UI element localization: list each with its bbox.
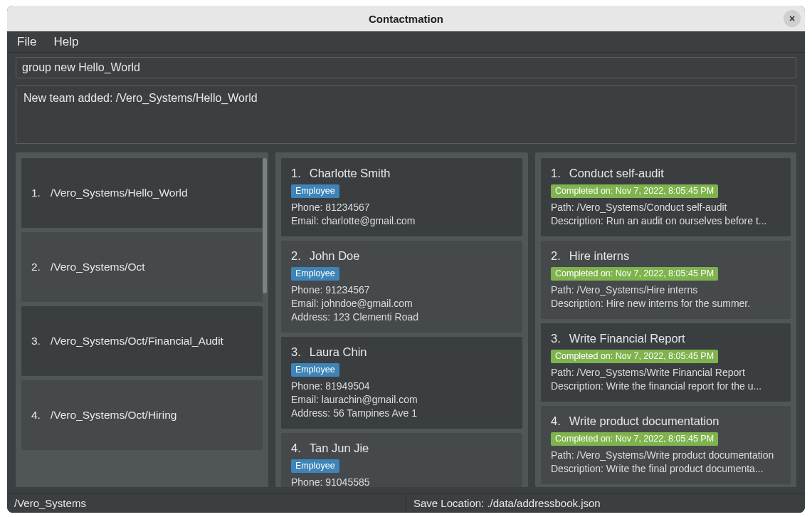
task-title: Hire interns: [569, 248, 629, 263]
scrollbar-thumb[interactable]: [263, 158, 267, 293]
group-item[interactable]: 3. /Vero_Systems/Oct/Financial_Audit: [21, 306, 263, 376]
task-card[interactable]: 4. Write product documentation Completed…: [541, 406, 791, 484]
completed-badge: Completed on: Nov 7, 2022, 8:05:45 PM: [551, 267, 718, 281]
task-desc: Description: Run an audit on ourselves b…: [551, 214, 781, 228]
task-path: Path: /Vero_Systems/Conduct self-audit: [551, 201, 781, 214]
person-name: Laura Chin: [310, 344, 367, 360]
group-path: /Vero_Systems/Hello_World: [51, 187, 188, 199]
task-desc: Description: Write the financial report …: [551, 380, 781, 393]
person-address: Address: 123 Clementi Road: [291, 310, 512, 324]
group-num: 4.: [31, 409, 41, 422]
employee-badge: Employee: [291, 184, 339, 198]
person-list[interactable]: 1. Charlotte Smith Employee Phone: 81234…: [275, 152, 528, 487]
status-current-path: /Vero_Systems: [7, 494, 406, 513]
titlebar: Contactmation ×: [7, 6, 805, 31]
task-title: Write Financial Report: [569, 330, 685, 346]
person-email: Email: charlotte@gmail.com: [291, 214, 512, 228]
person-num: 4.: [291, 440, 301, 456]
person-card[interactable]: 3. Laura Chin Employee Phone: 81949504 E…: [281, 337, 522, 429]
group-path: /Vero_Systems/Oct: [51, 261, 145, 273]
person-address: Address: 56 Tampines Ave 1: [291, 407, 512, 420]
columns: 1. /Vero_Systems/Hello_World 2. /Vero_Sy…: [7, 150, 805, 493]
person-num: 1.: [291, 165, 301, 181]
task-title: Write product documentation: [569, 413, 719, 429]
menu-file[interactable]: File: [17, 35, 36, 49]
person-card[interactable]: 2. John Doe Employee Phone: 91234567 Ema…: [281, 241, 522, 333]
task-list[interactable]: 1. Conduct self-audit Completed on: Nov …: [535, 152, 796, 487]
person-num: 2.: [291, 248, 301, 263]
person-phone: Phone: 91045585: [291, 476, 512, 487]
group-num: 1.: [31, 187, 41, 199]
person-phone: Phone: 91234567: [291, 283, 512, 297]
person-name: John Doe: [310, 248, 360, 263]
employee-badge: Employee: [291, 363, 339, 377]
task-path: Path: /Vero_Systems/Hire interns: [551, 283, 781, 297]
completed-badge: Completed on: Nov 7, 2022, 8:05:45 PM: [551, 184, 718, 198]
task-num: 1.: [551, 165, 561, 181]
group-path: /Vero_Systems/Oct/Hiring: [51, 409, 176, 422]
person-card[interactable]: 4. Tan Jun Jie Employee Phone: 91045585 …: [281, 433, 522, 487]
task-desc: Description: Write the final product doc…: [551, 462, 781, 476]
task-title: Conduct self-audit: [569, 165, 664, 181]
person-name: Tan Jun Jie: [310, 440, 369, 456]
menu-help[interactable]: Help: [53, 35, 78, 49]
menubar: File Help: [7, 31, 805, 53]
task-card[interactable]: 3. Write Financial Report Completed on: …: [541, 323, 791, 402]
employee-badge: Employee: [291, 267, 339, 281]
group-num: 2.: [31, 261, 41, 273]
person-phone: Phone: 81949504: [291, 380, 512, 393]
group-item[interactable]: 4. /Vero_Systems/Oct/Hiring: [21, 380, 263, 450]
person-email: Email: johndoe@gmail.com: [291, 297, 512, 310]
person-email: Email: laurachin@gmail.com: [291, 393, 512, 407]
close-icon[interactable]: ×: [784, 10, 801, 27]
command-input[interactable]: [16, 57, 796, 78]
task-card[interactable]: 2. Hire interns Completed on: Nov 7, 202…: [541, 241, 791, 319]
group-item[interactable]: 2. /Vero_Systems/Oct: [21, 232, 263, 302]
app-title: Contactmation: [369, 13, 443, 25]
task-num: 3.: [551, 330, 561, 346]
statusbar: /Vero_Systems Save Location: ./data/addr…: [7, 493, 805, 513]
output-text: New team added: /Vero_Systems/Hello_Worl…: [23, 92, 789, 105]
task-desc: Description: Hire new interns for the su…: [551, 297, 781, 310]
task-num: 2.: [551, 248, 561, 263]
task-path: Path: /Vero_Systems/Write product docume…: [551, 449, 781, 462]
completed-badge: Completed on: Nov 7, 2022, 8:05:45 PM: [551, 350, 718, 363]
task-card[interactable]: 1. Conduct self-audit Completed on: Nov …: [541, 158, 791, 236]
task-path: Path: /Vero_Systems/Write Financial Repo…: [551, 366, 781, 380]
completed-badge: Completed on: Nov 7, 2022, 8:05:45 PM: [551, 432, 718, 446]
task-num: 4.: [551, 413, 561, 429]
group-num: 3.: [31, 335, 41, 348]
employee-badge: Employee: [291, 459, 339, 473]
group-path: /Vero_Systems/Oct/Financial_Audit: [51, 335, 223, 348]
group-item[interactable]: 1. /Vero_Systems/Hello_World: [21, 158, 263, 228]
person-name: Charlotte Smith: [310, 165, 391, 181]
person-phone: Phone: 81234567: [291, 201, 512, 214]
app-window: Contactmation × File Help New team added…: [7, 6, 805, 513]
group-list[interactable]: 1. /Vero_Systems/Hello_World 2. /Vero_Sy…: [16, 152, 268, 487]
person-card[interactable]: 1. Charlotte Smith Employee Phone: 81234…: [281, 158, 522, 236]
status-save-location: Save Location: ./data/addressbook.json: [406, 494, 805, 513]
output-area: New team added: /Vero_Systems/Hello_Worl…: [16, 85, 796, 144]
person-num: 3.: [291, 344, 301, 360]
